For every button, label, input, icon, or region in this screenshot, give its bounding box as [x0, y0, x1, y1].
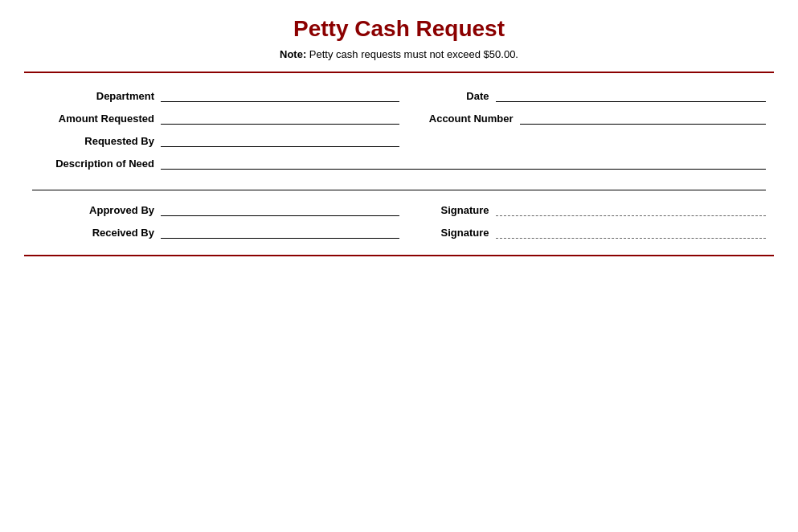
department-date-row: Department Date — [32, 88, 766, 102]
top-divider — [24, 72, 774, 73]
description-row: Description of Need — [32, 155, 766, 170]
department-field-group: Department — [32, 88, 399, 102]
date-label: Date — [399, 90, 496, 102]
requested-by-input[interactable] — [161, 133, 399, 147]
signature-label-1: Signature — [399, 204, 496, 216]
received-by-field-group: Received By — [32, 224, 399, 239]
signature-1-field-group: Signature — [399, 202, 767, 216]
page: Petty Cash Request Note: Petty cash requ… — [0, 0, 798, 532]
bottom-divider — [24, 255, 774, 256]
department-label: Department — [32, 90, 161, 102]
signature-2-field-group: Signature — [399, 224, 767, 239]
description-input[interactable] — [161, 155, 766, 170]
approved-by-row: Approved By Signature — [32, 202, 766, 216]
received-by-input[interactable] — [161, 224, 399, 239]
signature-2-input[interactable] — [496, 224, 767, 239]
amount-account-row: Amount Requested Account Number — [32, 110, 766, 125]
description-input-2[interactable] — [32, 176, 766, 190]
department-input[interactable] — [161, 88, 399, 102]
note-text: Note: Petty cash requests must not excee… — [24, 48, 774, 60]
amount-field-group: Amount Requested — [32, 110, 399, 125]
form-section: Department Date Amount Requested Account… — [24, 88, 774, 239]
account-number-label: Account Number — [399, 113, 520, 125]
page-title: Petty Cash Request — [24, 16, 774, 42]
description-label: Description of Need — [32, 158, 161, 170]
received-by-row: Received By Signature — [32, 224, 766, 239]
account-field-group: Account Number — [399, 110, 767, 125]
approved-by-label: Approved By — [32, 204, 161, 216]
amount-requested-label: Amount Requested — [32, 113, 161, 125]
signature-1-input[interactable] — [496, 202, 767, 216]
requested-by-row: Requested By — [32, 133, 766, 147]
date-input[interactable] — [496, 88, 767, 102]
note-bold: Note: — [280, 48, 306, 60]
amount-input[interactable] — [161, 110, 399, 125]
approved-by-field-group: Approved By — [32, 202, 399, 216]
date-field-group: Date — [399, 88, 767, 102]
approved-by-input[interactable] — [161, 202, 399, 216]
requested-by-field-group: Requested By — [32, 133, 399, 147]
signature-label-2: Signature — [399, 227, 496, 239]
account-number-input[interactable] — [520, 110, 767, 125]
requested-by-label: Requested By — [32, 135, 161, 147]
received-by-label: Received By — [32, 227, 161, 239]
